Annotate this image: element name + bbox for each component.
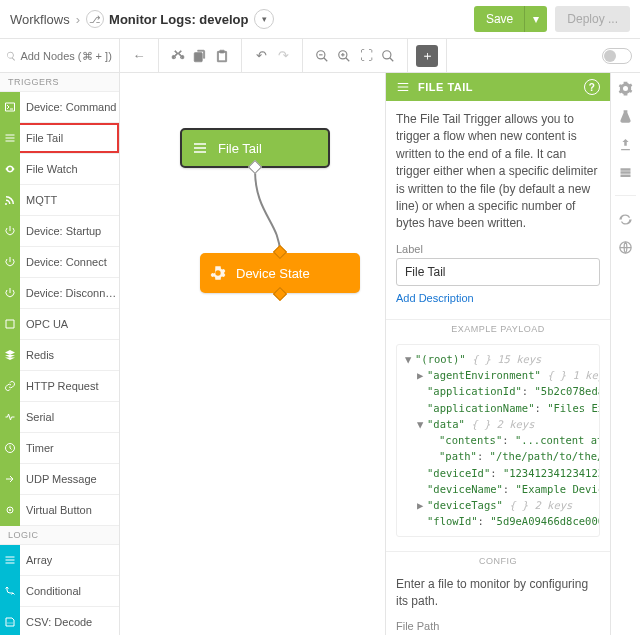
node-file-tail[interactable]: File Tail [180, 128, 330, 168]
palette-item-virtual-button[interactable]: Virtual Button [0, 495, 119, 526]
label-input[interactable] [396, 258, 600, 286]
power-icon [0, 247, 20, 278]
palette-section-triggers: TRIGGERS [0, 73, 119, 92]
zoom-in-button[interactable] [333, 45, 355, 67]
palette-item-device-command[interactable]: Device: Command [0, 92, 119, 123]
node-label: File Tail [218, 141, 262, 156]
gear-icon [210, 265, 226, 281]
palette-item-label: Device: Connect [20, 256, 107, 268]
palette-item-http-request[interactable]: HTTP Request [0, 371, 119, 402]
palette-item-serial[interactable]: Serial [0, 402, 119, 433]
layers-icon [0, 340, 20, 371]
list-icon [396, 80, 410, 94]
power-icon [0, 216, 20, 247]
redo-button[interactable]: ↷ [272, 45, 294, 67]
debug-toggle[interactable] [602, 48, 632, 64]
save-button[interactable]: Save [474, 6, 525, 32]
list-icon [192, 140, 208, 156]
palette-item-label: File Watch [20, 163, 78, 175]
help-icon[interactable]: ? [584, 79, 600, 95]
workflow-dropdown[interactable]: ▾ [254, 9, 274, 29]
output-port[interactable] [248, 160, 262, 174]
zoom-out-button[interactable] [311, 45, 333, 67]
palette-item-label: Device: Startup [20, 225, 101, 237]
palette-item-label: Device: Disconnect [20, 287, 119, 299]
palette-item-label: OPC UA [20, 318, 68, 330]
palette-item-label: Virtual Button [20, 504, 92, 516]
beaker-icon[interactable] [617, 107, 635, 125]
paste-button[interactable] [211, 45, 233, 67]
zoom-reset-button[interactable] [377, 45, 399, 67]
palette-section-logic: LOGIC [0, 526, 119, 545]
edge-line [120, 73, 385, 333]
node-search[interactable] [0, 39, 120, 72]
eye-icon [0, 154, 20, 185]
palette-item-label: MQTT [20, 194, 57, 206]
palette-item-device-disconnect[interactable]: Device: Disconnect [0, 278, 119, 309]
dot-icon [0, 495, 20, 526]
save-dropdown[interactable]: ▾ [524, 6, 547, 32]
cut-button[interactable] [167, 45, 189, 67]
copy-button[interactable] [189, 45, 211, 67]
node-device-state[interactable]: Device State [200, 253, 360, 293]
palette-item-redis[interactable]: Redis [0, 340, 119, 371]
palette-item-file-watch[interactable]: File Watch [0, 154, 119, 185]
palette-item-label: Redis [20, 349, 54, 361]
undo-button[interactable]: ↶ [250, 45, 272, 67]
svg-line-4 [346, 57, 350, 61]
palette-item-udp-message[interactable]: UDP Message [0, 464, 119, 495]
power-icon [0, 278, 20, 309]
palette-item-opc-ua[interactable]: OPC UA [0, 309, 119, 340]
link-icon [0, 371, 20, 402]
example-payload: ▼"(root)" { } 15 keys▶"agentEnvironment"… [396, 344, 600, 537]
file-path-label: File Path [396, 620, 600, 632]
palette-item-label: HTTP Request [20, 380, 99, 392]
search-icon [6, 50, 16, 62]
palette-item-label: Conditional [20, 585, 81, 597]
inspector-panel: FILE TAIL ? The File Tail Trigger allows… [385, 73, 610, 635]
output-port[interactable] [273, 287, 287, 301]
layers-icon[interactable] [617, 163, 635, 181]
terminal-icon [0, 92, 20, 123]
palette-item-file-tail[interactable]: File Tail [0, 123, 119, 154]
workflow-name: Monitor Logs: develop [109, 12, 248, 27]
palette-item-device-connect[interactable]: Device: Connect [0, 247, 119, 278]
palette-item-label: File Tail [20, 132, 63, 144]
palette-item-label: UDP Message [20, 473, 97, 485]
add-note-button[interactable]: ＋ [416, 45, 438, 67]
zoom-fit-button[interactable]: ⛶ [355, 45, 377, 67]
palette-item-conditional[interactable]: Conditional [0, 576, 119, 607]
palette-item-label: Timer [20, 442, 54, 454]
config-prompt: Enter a file to monitor by configuring i… [396, 576, 600, 611]
refresh-icon[interactable] [617, 210, 635, 228]
node-search-input[interactable] [20, 50, 113, 62]
deploy-button: Deploy ... [555, 6, 630, 32]
back-button[interactable]: ← [128, 45, 150, 67]
palette-item-label: CSV: Decode [20, 616, 92, 628]
globe-icon[interactable] [617, 238, 635, 256]
palette-item-label: Serial [20, 411, 54, 423]
breadcrumb-root[interactable]: Workflows [10, 12, 70, 27]
palette-item-array[interactable]: Array [0, 545, 119, 576]
palette-item-device-startup[interactable]: Device: Startup [0, 216, 119, 247]
inspector-title: FILE TAIL [418, 81, 473, 93]
svg-line-8 [390, 57, 394, 61]
palette-item-timer[interactable]: Timer [0, 433, 119, 464]
app-header: Workflows › ⎇ Monitor Logs: develop ▾ Sa… [0, 0, 640, 39]
svg-point-7 [383, 50, 391, 58]
serial-icon [0, 402, 20, 433]
upload-icon[interactable] [617, 135, 635, 153]
input-port[interactable] [273, 245, 287, 259]
add-description-link[interactable]: Add Description [396, 292, 474, 304]
list-icon [0, 545, 20, 576]
rss-icon [0, 185, 20, 216]
palette-item-label: Array [20, 554, 52, 566]
palette-item-csv-decode[interactable]: CSV: Decode [0, 607, 119, 635]
arrow-icon [0, 464, 20, 495]
gear-icon[interactable] [617, 79, 635, 97]
inspector-header: FILE TAIL ? [386, 73, 610, 101]
list-icon [0, 123, 20, 154]
palette-item-mqtt[interactable]: MQTT [0, 185, 119, 216]
right-icon-rail [610, 73, 640, 635]
workflow-canvas[interactable]: File Tail Device State [120, 73, 385, 635]
